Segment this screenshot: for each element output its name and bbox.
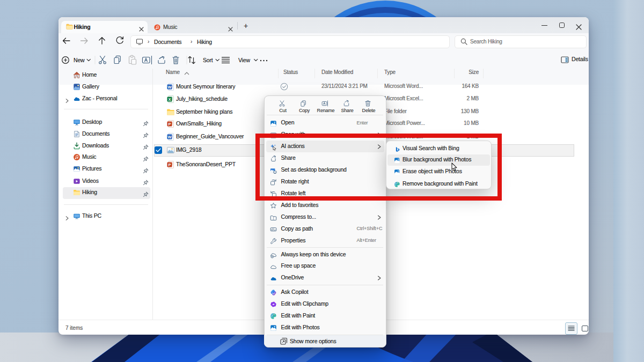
svg-text:W: W bbox=[167, 134, 172, 139]
svg-text:P: P bbox=[168, 162, 171, 167]
svg-text:New: New bbox=[74, 57, 85, 63]
svg-text:P: P bbox=[168, 122, 171, 127]
svg-text:Sort: Sort bbox=[203, 57, 213, 63]
svg-text:X: X bbox=[168, 97, 171, 102]
svg-text:W: W bbox=[167, 84, 172, 89]
svg-text:View: View bbox=[238, 57, 250, 63]
